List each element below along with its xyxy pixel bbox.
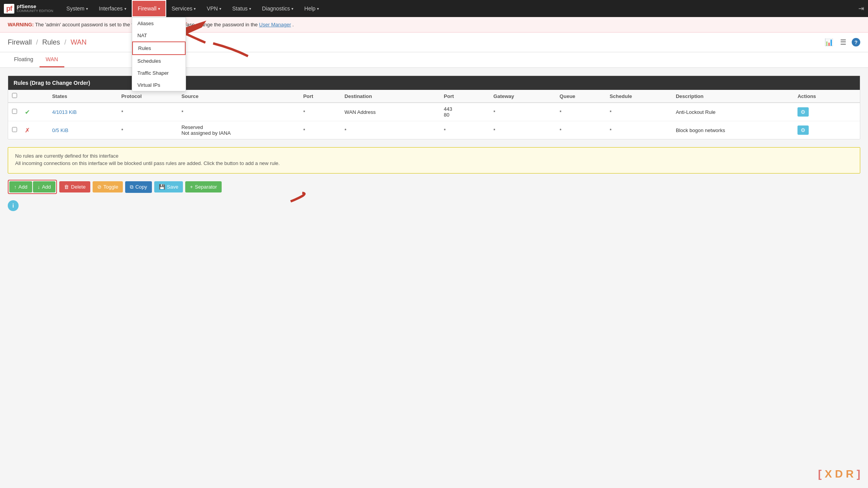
row2-checkbox-cell [8,121,21,139]
nav-label-system: System [66,5,84,12]
th-port-dst: Port [440,90,489,103]
nav-right: ⇥ [858,4,864,13]
select-all-checkbox[interactable] [12,93,17,98]
nav-label-help: Help [304,5,315,12]
logo-text: pf [6,5,12,13]
logo-box: pf [4,4,14,14]
row2-actions-cell: ⚙ [794,121,860,139]
caret-vpn: ▾ [219,7,221,11]
watermark-x: X [825,468,832,480]
dropdown-item-nat[interactable]: NAT [132,29,186,41]
row2-gear-button[interactable]: ⚙ [797,125,809,135]
dropdown-item-virtual-ips[interactable]: Virtual IPs [132,79,186,91]
row1-checkbox-cell [8,103,21,121]
breadcrumb-sep-2: / [64,38,66,46]
dropdown-item-traffic-shaper[interactable]: Traffic Shaper [132,67,186,79]
toggle-button[interactable]: ⊘ Toggle [93,181,123,192]
th-description: Description [672,90,794,103]
user-manager-link[interactable]: User Manager [259,22,291,27]
copy-icon: ⧉ [130,184,133,190]
separator-label: Separator [195,184,217,190]
help-icon[interactable]: ? [852,38,860,46]
row1-gear-button[interactable]: ⚙ [797,107,809,117]
th-destination: Destination [341,90,440,103]
row2-schedule-cell: * [606,121,672,139]
add-bottom-icon: ↓ [38,184,40,190]
caret-system: ▾ [86,7,88,11]
delete-label: Delete [71,184,86,190]
nav-item-interfaces[interactable]: Interfaces ▾ [93,0,131,17]
th-source: Source [177,90,299,103]
breadcrumb-area: Firewall / Rules / WAN 📊 ☰ ? [0,33,868,52]
list-icon[interactable]: ☰ [839,37,848,47]
row2-status-icon: ✗ [25,127,30,134]
nav-label-firewall: Firewall [138,5,157,12]
tabs-container: Floating WAN [0,52,868,68]
nav-link-firewall[interactable]: Firewall ▾ [132,0,166,17]
th-protocol: Protocol [117,90,177,103]
delete-icon: 🗑 [64,184,69,190]
watermark-d: D [835,468,843,480]
row1-source-cell: * [177,103,299,121]
watermark-bracket-left: [ [818,468,822,480]
nav-item-firewall[interactable]: Firewall ▾ Aliases NAT Rules Schedules T… [132,0,166,17]
dropdown-item-aliases[interactable]: Aliases [132,17,186,29]
save-label: Save [167,184,179,190]
save-button[interactable]: 💾 Save [154,181,183,192]
nav-link-help[interactable]: Help ▾ [299,0,324,17]
row2-checkbox[interactable] [12,127,17,132]
warning-end: . [293,22,294,27]
row1-states-link[interactable]: 4/1013 KiB [52,109,77,115]
row1-status-icon: ✔ [25,109,30,115]
brand: pf pfSense COMMUNITY EDITION [4,4,53,14]
row1-port-443: 443 [444,106,486,112]
nav-link-system[interactable]: System ▾ [61,0,93,17]
row2-states-cell: 0/5 KiB [48,121,117,139]
nav-link-diagnostics[interactable]: Diagnostics ▾ [257,0,299,17]
info-circle-icon[interactable]: i [8,200,19,211]
dropdown-item-rules[interactable]: Rules [132,41,186,55]
add-top-button[interactable]: ↑ Add [9,181,32,192]
th-gateway: Gateway [489,90,556,103]
row2-source-cell: Reserved Not assigned by IANA [177,121,299,139]
th-checkbox [8,90,21,103]
no-rules-warning: No rules are currently defined for this … [8,147,860,174]
nav-link-services[interactable]: Services ▾ [166,0,202,17]
breadcrumb: Firewall / Rules / WAN [8,38,86,46]
info-section: i [8,200,860,211]
nav-link-vpn[interactable]: VPN ▾ [201,0,227,17]
row1-states-cell: 4/1013 KiB [48,103,117,121]
add-bottom-button[interactable]: ↓ Add [33,181,56,192]
bar-chart-icon[interactable]: 📊 [823,37,835,47]
delete-button[interactable]: 🗑 Delete [59,181,90,192]
row1-queue-cell: * [556,103,606,121]
breadcrumb-wan: WAN [71,38,86,46]
breadcrumb-firewall[interactable]: Firewall [8,38,32,46]
caret-services: ▾ [194,7,196,11]
dropdown-item-schedules[interactable]: Schedules [132,55,186,67]
nav-item-diagnostics[interactable]: Diagnostics ▾ [257,0,299,17]
nav-link-status[interactable]: Status ▾ [227,0,257,17]
nav-label-status: Status [232,5,248,12]
tab-wan[interactable]: WAN [40,52,64,67]
tab-floating[interactable]: Floating [8,52,40,67]
nav-item-services[interactable]: Services ▾ [166,0,202,17]
logout-icon[interactable]: ⇥ [858,5,864,12]
add-buttons-group: ↑ Add ↓ Add [8,180,57,194]
nav-label-vpn: VPN [207,5,218,12]
nav-item-status[interactable]: Status ▾ [227,0,257,17]
nav-item-system[interactable]: System ▾ [61,0,93,17]
row1-actions-cell: ⚙ [794,103,860,121]
nav-item-help[interactable]: Help ▾ [299,0,324,17]
row1-checkbox[interactable] [12,109,17,114]
copy-button[interactable]: ⧉ Copy [125,181,152,193]
breadcrumb-rules[interactable]: Rules [42,38,60,46]
separator-button[interactable]: + Separator [185,181,222,192]
copy-label: Copy [135,184,147,190]
row1-schedule-cell: * [606,103,672,121]
caret-firewall: ▾ [158,7,160,11]
nav-link-interfaces[interactable]: Interfaces ▾ [93,0,131,17]
row2-states-link[interactable]: 0/5 KiB [52,127,68,133]
main-content: WARNING: The 'admin' account password is… [0,17,868,211]
nav-item-vpn[interactable]: VPN ▾ [201,0,227,17]
